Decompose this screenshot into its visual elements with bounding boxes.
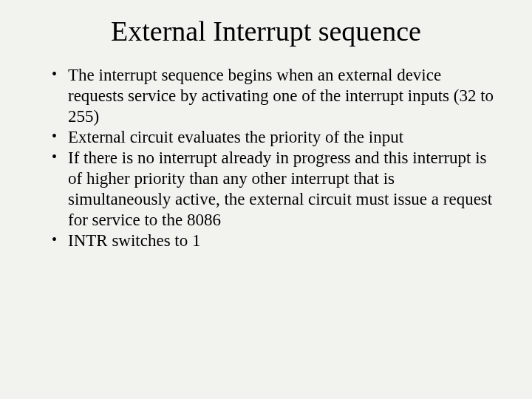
list-item: External circuit evaluates the priority … — [52, 127, 495, 148]
list-item: INTR switches to 1 — [52, 231, 495, 251]
list-item: If there is no interrupt already in prog… — [52, 148, 495, 231]
bullet-list: The interrupt sequence begins when an ex… — [30, 65, 502, 251]
list-item: The interrupt sequence begins when an ex… — [52, 65, 495, 127]
slide-title: External Interrupt sequence — [30, 15, 502, 47]
